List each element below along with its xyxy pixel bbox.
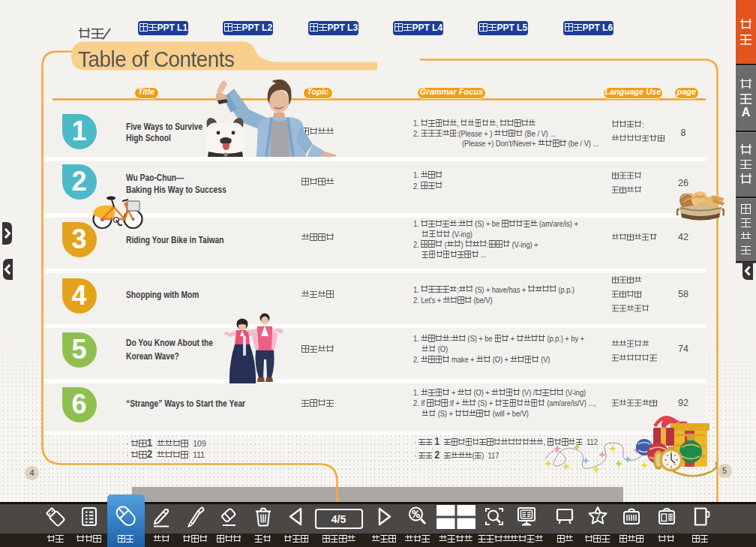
svg-text:7: 7 [595,510,600,522]
